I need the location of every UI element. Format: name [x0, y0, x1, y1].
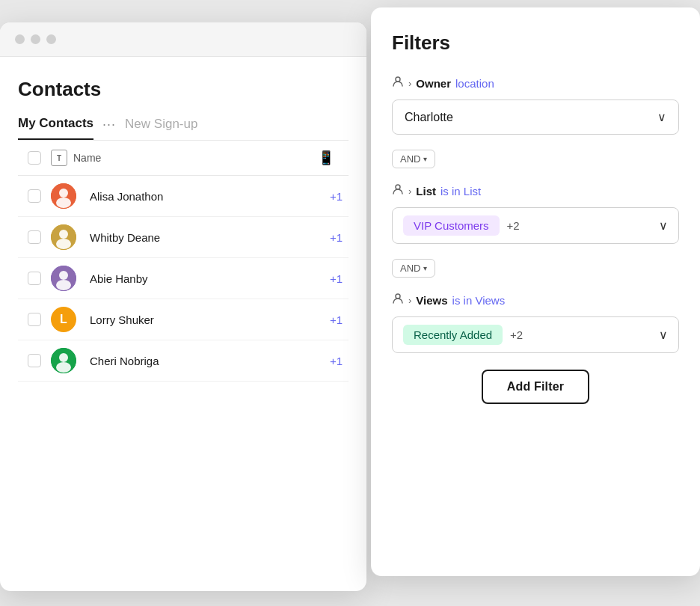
table-row[interactable]: Alisa Jonathon +1	[18, 176, 349, 217]
avatar	[51, 224, 76, 250]
select-all-checkbox[interactable]	[28, 151, 41, 165]
person-icon	[392, 76, 404, 91]
owner-value: Charlotte	[405, 111, 453, 124]
filter-field-views: Views	[416, 294, 447, 307]
svg-point-4	[59, 230, 68, 239]
filter-field-list: List	[416, 185, 436, 198]
breadcrumb-chevron: ›	[408, 295, 411, 306]
filter-section-owner: › Owner location Charlotte ∨	[392, 76, 679, 135]
header-check-col	[18, 151, 51, 165]
table-row[interactable]: Abie Hanby +1	[18, 258, 349, 299]
owner-dropdown[interactable]: Charlotte ∨	[392, 100, 679, 135]
svg-point-2	[56, 198, 71, 208]
row-name-col: Abie Hanby	[51, 266, 304, 291]
filter-breadcrumb-views: › Views is in Views	[392, 293, 679, 307]
filter-section-list: › List is in List VIP Customers +2 ∨	[392, 183, 679, 244]
row-checkbox[interactable]	[28, 313, 41, 326]
and-label: AND	[400, 263, 420, 274]
contact-name: Alisa Jonathon	[90, 190, 163, 203]
list-tag-dropdown[interactable]: VIP Customers +2 ∨	[392, 207, 679, 244]
table-row[interactable]: Whitby Deane +1	[18, 217, 349, 258]
svg-point-8	[56, 280, 71, 290]
add-filter-button[interactable]: Add Filter	[482, 370, 589, 404]
row-name-col: Whitby Deane	[51, 224, 304, 250]
row-check-col	[18, 272, 51, 285]
contacts-title: Contacts	[18, 78, 349, 101]
window-titlebar	[0, 22, 366, 57]
plus-count: +1	[304, 231, 349, 244]
traffic-light-red	[15, 34, 25, 44]
row-check-col	[18, 313, 51, 326]
list-extra-count: +2	[507, 219, 520, 232]
filter-qualifier-views[interactable]: is in Views	[452, 294, 506, 307]
breadcrumb-chevron: ›	[408, 186, 411, 197]
phone-column-icon: 📱	[318, 150, 334, 166]
row-checkbox[interactable]	[28, 230, 41, 244]
plus-count: +1	[304, 313, 349, 326]
contact-name: Lorry Shuker	[90, 313, 154, 326]
and-label: AND	[400, 153, 420, 165]
svg-point-12	[396, 77, 400, 82]
tab-new-signup[interactable]: New Sign-up	[125, 117, 197, 139]
row-name-col: Cheri Nobriga	[51, 348, 304, 373]
tab-dots[interactable]: ···	[102, 117, 116, 140]
chevron-down-icon: ∨	[659, 328, 668, 342]
views-tag-dropdown[interactable]: Recently Added +2 ∨	[392, 316, 679, 353]
tabs-row: My Contacts ··· New Sign-up	[18, 116, 349, 140]
plus-count: +1	[304, 190, 349, 203]
svg-point-7	[59, 271, 68, 280]
vip-customers-tag: VIP Customers	[403, 215, 500, 236]
contact-name: Whitby Deane	[90, 231, 160, 244]
row-check-col	[18, 189, 51, 203]
filter-qualifier-list[interactable]: is in List	[440, 185, 481, 198]
plus-count: +1	[304, 272, 349, 285]
svg-point-10	[59, 353, 68, 362]
add-filter-container: Add Filter	[392, 370, 679, 404]
filter-section-views: › Views is in Views Recently Added +2 ∨	[392, 293, 679, 353]
traffic-light-yellow	[31, 34, 40, 44]
and-separator-2[interactable]: AND ▾	[392, 259, 435, 278]
traffic-light-green	[46, 34, 56, 44]
avatar	[51, 348, 76, 373]
row-checkbox[interactable]	[28, 189, 41, 203]
plus-count: +1	[304, 355, 349, 367]
contacts-window: Contacts My Contacts ··· New Sign-up T N…	[0, 22, 366, 591]
row-check-col	[18, 230, 51, 244]
avatar	[51, 266, 76, 291]
row-check-col	[18, 354, 51, 367]
and-separator-1[interactable]: AND ▾	[392, 150, 435, 168]
filter-qualifier-location[interactable]: location	[455, 77, 494, 90]
row-checkbox[interactable]	[28, 272, 41, 285]
row-checkbox[interactable]	[28, 354, 41, 367]
views-extra-count: +2	[510, 328, 523, 341]
avatar	[51, 183, 76, 209]
filters-title: Filters	[392, 31, 679, 55]
svg-point-11	[56, 362, 71, 373]
svg-point-1	[59, 189, 68, 198]
table-row[interactable]: Cheri Nobriga +1	[18, 340, 349, 382]
avatar: L	[51, 307, 76, 332]
breadcrumb-chevron: ›	[408, 78, 411, 89]
filter-field-owner: Owner	[416, 77, 451, 90]
filter-breadcrumb-list: › List is in List	[392, 183, 679, 198]
person-icon	[392, 293, 404, 307]
filter-breadcrumb-owner: › Owner location	[392, 76, 679, 91]
header-name-col: T Name	[51, 150, 304, 166]
contacts-content: Contacts My Contacts ··· New Sign-up T N…	[0, 57, 366, 382]
table-header: T Name 📱	[18, 141, 349, 176]
table-row[interactable]: L Lorry Shuker +1	[18, 299, 349, 340]
svg-point-14	[396, 294, 400, 299]
header-phone-col: 📱	[304, 150, 349, 166]
person-icon	[392, 183, 404, 198]
row-name-col: Alisa Jonathon	[51, 183, 304, 209]
row-name-col: L Lorry Shuker	[51, 307, 304, 332]
recently-added-tag: Recently Added	[403, 325, 503, 345]
contact-name: Abie Hanby	[90, 272, 148, 285]
name-header-label: Name	[73, 152, 101, 164]
tab-my-contacts[interactable]: My Contacts	[18, 116, 93, 140]
chevron-down-icon: ∨	[659, 218, 668, 233]
name-type-icon: T	[51, 150, 67, 166]
filters-panel: Filters › Owner location Charlotte ∨ AND…	[371, 7, 700, 576]
caret-down-icon: ▾	[423, 264, 427, 272]
chevron-down-icon: ∨	[657, 110, 666, 124]
